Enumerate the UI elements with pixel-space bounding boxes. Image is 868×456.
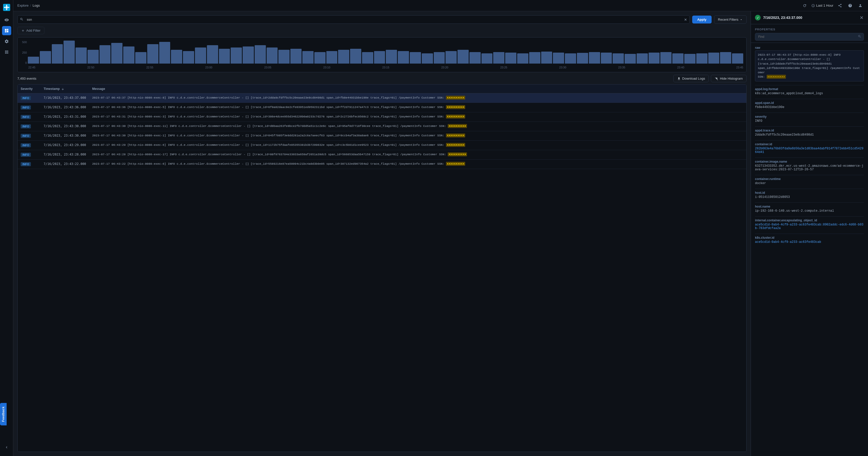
refresh-btn[interactable] xyxy=(801,2,808,9)
histogram-bar[interactable] xyxy=(135,52,147,63)
histogram-bar[interactable] xyxy=(40,51,51,64)
table-row[interactable]: INFO7/16/2023, 23:43:28.0002023-07-17 06… xyxy=(18,150,746,160)
add-filter-btn[interactable]: Add Filter xyxy=(17,27,44,34)
sidebar-item-observe[interactable] xyxy=(2,15,11,25)
histogram-bar[interactable] xyxy=(660,52,672,63)
property-value[interactable]: 282b663e4a76b03fda9a6b56a3e1d83baa4dabf0… xyxy=(755,147,864,154)
histogram-bar[interactable] xyxy=(684,54,695,63)
histogram-bar[interactable] xyxy=(672,53,684,64)
filter-row: Add Filter xyxy=(17,27,747,34)
histogram-bar[interactable] xyxy=(362,52,373,63)
histogram-bar[interactable] xyxy=(183,51,194,64)
histogram-bar[interactable] xyxy=(338,50,349,63)
histogram-bar[interactable] xyxy=(577,53,588,63)
histogram-bar[interactable] xyxy=(505,53,517,63)
severity-badge: INFO xyxy=(21,162,31,166)
histogram-bar[interactable] xyxy=(434,52,445,63)
histogram-bar[interactable] xyxy=(517,53,528,64)
histogram-bar[interactable] xyxy=(708,53,719,63)
histogram-bar[interactable] xyxy=(314,52,326,63)
recent-filters-btn[interactable]: Recent Filters xyxy=(714,15,747,24)
histogram-bar[interactable] xyxy=(267,48,278,63)
histogram-bar[interactable] xyxy=(422,53,433,64)
table-row[interactable]: INFO7/16/2023, 23:43:31.0002023-07-17 06… xyxy=(18,112,746,122)
col-timestamp[interactable]: Timestamp xyxy=(40,85,89,93)
histogram-bar[interactable] xyxy=(302,51,314,64)
histogram-bar[interactable] xyxy=(255,45,266,63)
histogram-bar[interactable] xyxy=(720,52,731,63)
histogram-bar[interactable] xyxy=(243,47,254,64)
histogram-bar[interactable] xyxy=(625,54,636,63)
histogram-bar[interactable] xyxy=(732,53,743,64)
histogram-bar[interactable] xyxy=(350,49,361,64)
property-item: appd.span.idfb8e44931bbe190e xyxy=(755,101,864,109)
histogram-bar[interactable] xyxy=(111,43,122,63)
histogram-bar[interactable] xyxy=(290,49,302,64)
log-table[interactable]: Severity Timestamp Message INFO7/16/2023… xyxy=(17,84,747,452)
histogram-bar[interactable] xyxy=(649,53,660,63)
table-row[interactable]: INFO7/16/2023, 23:43:37.0002023-07-17 06… xyxy=(18,93,746,103)
histogram-bar[interactable] xyxy=(398,51,409,64)
histogram-bar[interactable] xyxy=(123,47,134,64)
time-range-display[interactable]: Last 1 Hour xyxy=(811,4,833,7)
histogram-bar[interactable] xyxy=(482,53,493,64)
histogram-bar[interactable] xyxy=(445,51,457,64)
property-divider xyxy=(755,158,864,158)
histogram-bar[interactable] xyxy=(88,50,99,63)
property-value[interactable]: ace5cd1d-0ab4-4cf9-a233-ac63fe483cab xyxy=(755,240,864,244)
search-clear-btn[interactable]: ✕ xyxy=(684,18,687,22)
table-row[interactable]: INFO7/16/2023, 23:43:22.0002023-07-17 06… xyxy=(18,160,746,169)
histogram-bar[interactable] xyxy=(637,53,648,64)
share-btn[interactable] xyxy=(836,2,843,9)
feedback-tab[interactable]: Feedback xyxy=(0,403,7,425)
histogram-bar[interactable] xyxy=(493,52,504,63)
histogram-bar[interactable] xyxy=(589,52,600,63)
severity-badge: INFO xyxy=(21,106,31,110)
histogram-bar[interactable] xyxy=(410,52,421,63)
histogram-bar[interactable] xyxy=(553,53,564,63)
histogram-bar[interactable] xyxy=(601,53,612,63)
sidebar-collapse-btn[interactable] xyxy=(2,443,11,452)
histogram-bar[interactable] xyxy=(696,53,708,64)
sidebar-item-apps[interactable] xyxy=(2,48,11,57)
histogram-bar[interactable] xyxy=(219,49,230,64)
table-row[interactable]: INFO7/16/2023, 23:43:36.0002023-07-17 06… xyxy=(18,103,746,112)
histogram-bar[interactable] xyxy=(52,44,63,64)
histogram-bar[interactable] xyxy=(195,48,206,63)
histogram-bar[interactable] xyxy=(326,51,338,64)
histogram-bar[interactable] xyxy=(613,53,624,64)
search-input[interactable] xyxy=(17,15,690,24)
histogram-bar[interactable] xyxy=(278,50,289,63)
sidebar-item-dashboard[interactable] xyxy=(2,26,11,35)
ssn-highlight: XXXXXXXXXX xyxy=(446,143,465,147)
table-row[interactable]: INFO7/16/2023, 23:43:30.0002023-07-17 06… xyxy=(18,122,746,131)
histogram-bar[interactable] xyxy=(374,51,385,64)
property-value[interactable]: ace5cd1d-0ab4-4cf9-a233-ac63fe483cab:890… xyxy=(755,223,864,230)
histogram-bar[interactable] xyxy=(231,48,242,63)
table-row[interactable]: INFO7/16/2023, 23:43:30.0002023-07-17 06… xyxy=(18,131,746,141)
histogram-bar[interactable] xyxy=(386,50,397,63)
help-btn[interactable] xyxy=(846,2,854,9)
user-btn[interactable] xyxy=(857,2,864,9)
histogram-bar[interactable] xyxy=(565,53,576,64)
histogram-bar[interactable] xyxy=(207,45,218,63)
sidebar-item-settings[interactable] xyxy=(2,37,11,46)
histogram-bar[interactable] xyxy=(147,44,158,64)
histogram-bar[interactable] xyxy=(99,45,111,63)
download-logs-btn[interactable]: Download Logs xyxy=(673,75,709,82)
histogram-bar[interactable] xyxy=(64,40,75,63)
table-row[interactable]: INFO7/16/2023, 23:43:29.0002023-07-17 06… xyxy=(18,141,746,150)
find-input[interactable] xyxy=(755,33,864,40)
histogram-bar[interactable] xyxy=(469,52,481,63)
apply-button[interactable]: Apply xyxy=(692,16,712,24)
histogram-bar[interactable] xyxy=(28,57,39,63)
close-panel-btn[interactable] xyxy=(859,15,864,20)
hide-histogram-btn[interactable]: Hide Histogram xyxy=(711,75,747,82)
histogram-bar[interactable] xyxy=(75,48,87,63)
histogram-bar[interactable] xyxy=(458,50,469,63)
histogram-bar[interactable] xyxy=(171,50,182,63)
histogram-bar[interactable] xyxy=(159,42,170,64)
breadcrumb-explore[interactable]: Explore xyxy=(17,4,29,7)
histogram-bar[interactable] xyxy=(529,52,540,63)
histogram-bar[interactable] xyxy=(541,52,552,63)
